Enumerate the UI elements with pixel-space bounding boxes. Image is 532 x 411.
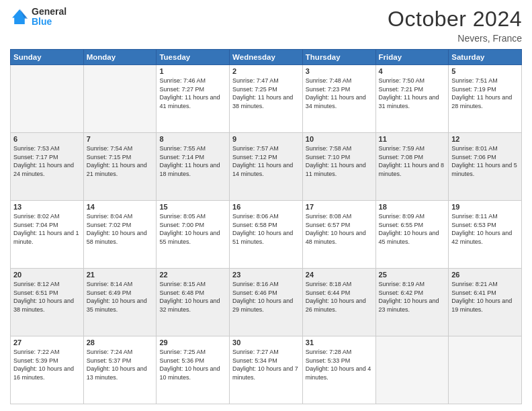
day-number: 10	[306, 135, 373, 143]
logo-text: General Blue	[32, 7, 66, 28]
calendar-week-row: 20Sunrise: 8:12 AM Sunset: 6:51 PM Dayli…	[11, 269, 522, 336]
table-row: 18Sunrise: 8:09 AM Sunset: 6:55 PM Dayli…	[375, 201, 449, 269]
logo: General Blue	[10, 7, 66, 28]
calendar-week-row: 1Sunrise: 7:46 AM Sunset: 7:27 PM Daylig…	[11, 65, 522, 133]
cell-daylight-info: Sunrise: 7:59 AM Sunset: 7:08 PM Dayligh…	[379, 144, 446, 178]
table-row: 17Sunrise: 8:08 AM Sunset: 6:57 PM Dayli…	[302, 201, 375, 269]
cell-daylight-info: Sunrise: 8:09 AM Sunset: 6:55 PM Dayligh…	[379, 212, 446, 246]
day-number: 5	[451, 67, 519, 75]
col-thursday: Thursday	[302, 50, 375, 65]
table-row: 21Sunrise: 8:14 AM Sunset: 6:49 PM Dayli…	[83, 269, 157, 336]
day-number: 13	[13, 203, 81, 211]
table-row: 29Sunrise: 7:25 AM Sunset: 5:36 PM Dayli…	[157, 336, 230, 404]
cell-daylight-info: Sunrise: 7:57 AM Sunset: 7:12 PM Dayligh…	[232, 144, 300, 178]
cell-daylight-info: Sunrise: 8:05 AM Sunset: 7:00 PM Dayligh…	[159, 212, 226, 246]
day-number: 18	[379, 203, 446, 211]
page: General Blue October 2024 Nevers, France…	[0, 0, 532, 411]
day-number: 4	[379, 67, 446, 75]
day-number: 6	[13, 135, 81, 143]
table-row: 19Sunrise: 8:11 AM Sunset: 6:53 PM Dayli…	[449, 201, 522, 269]
table-row: 5Sunrise: 7:51 AM Sunset: 7:19 PM Daylig…	[449, 65, 522, 133]
cell-daylight-info: Sunrise: 7:46 AM Sunset: 7:27 PM Dayligh…	[159, 77, 226, 110]
day-number: 22	[159, 271, 226, 279]
cell-daylight-info: Sunrise: 7:28 AM Sunset: 5:33 PM Dayligh…	[306, 348, 373, 381]
col-sunday: Sunday	[11, 50, 84, 65]
day-number: 15	[159, 203, 226, 211]
calendar-header-row: Sunday Monday Tuesday Wednesday Thursday…	[11, 50, 522, 65]
col-saturday: Saturday	[449, 50, 522, 65]
cell-daylight-info: Sunrise: 7:58 AM Sunset: 7:10 PM Dayligh…	[306, 144, 373, 178]
table-row: 27Sunrise: 7:22 AM Sunset: 5:39 PM Dayli…	[11, 336, 84, 404]
calendar-week-row: 6Sunrise: 7:53 AM Sunset: 7:17 PM Daylig…	[11, 133, 522, 201]
col-tuesday: Tuesday	[157, 50, 230, 65]
cell-daylight-info: Sunrise: 7:51 AM Sunset: 7:19 PM Dayligh…	[451, 77, 519, 110]
day-number: 1	[159, 67, 226, 75]
day-number: 9	[232, 135, 300, 143]
table-row: 16Sunrise: 8:06 AM Sunset: 6:58 PM Dayli…	[230, 201, 303, 269]
day-number: 23	[232, 271, 300, 279]
day-number: 21	[87, 271, 154, 279]
cell-daylight-info: Sunrise: 7:48 AM Sunset: 7:23 PM Dayligh…	[306, 77, 373, 110]
day-number: 8	[159, 135, 226, 143]
day-number: 19	[451, 203, 519, 211]
table-row: 2Sunrise: 7:47 AM Sunset: 7:25 PM Daylig…	[230, 65, 303, 133]
cell-daylight-info: Sunrise: 8:06 AM Sunset: 6:58 PM Dayligh…	[232, 212, 300, 246]
col-wednesday: Wednesday	[230, 50, 303, 65]
title-block: October 2024 Nevers, France	[388, 7, 522, 44]
cell-daylight-info: Sunrise: 8:18 AM Sunset: 6:44 PM Dayligh…	[306, 280, 373, 314]
table-row: 10Sunrise: 7:58 AM Sunset: 7:10 PM Dayli…	[302, 133, 375, 201]
table-row: 12Sunrise: 8:01 AM Sunset: 7:06 PM Dayli…	[449, 133, 522, 201]
table-row	[11, 65, 84, 133]
table-row: 28Sunrise: 7:24 AM Sunset: 5:37 PM Dayli…	[83, 336, 157, 404]
cell-daylight-info: Sunrise: 7:53 AM Sunset: 7:17 PM Dayligh…	[13, 144, 81, 178]
day-number: 17	[306, 203, 373, 211]
cell-daylight-info: Sunrise: 8:02 AM Sunset: 7:04 PM Dayligh…	[13, 212, 81, 246]
day-number: 12	[451, 135, 519, 143]
cell-daylight-info: Sunrise: 8:14 AM Sunset: 6:49 PM Dayligh…	[87, 280, 154, 314]
header: General Blue October 2024 Nevers, France	[10, 7, 522, 44]
day-number: 11	[379, 135, 446, 143]
table-row: 15Sunrise: 8:05 AM Sunset: 7:00 PM Dayli…	[157, 201, 230, 269]
cell-daylight-info: Sunrise: 8:12 AM Sunset: 6:51 PM Dayligh…	[13, 280, 81, 314]
cell-daylight-info: Sunrise: 8:15 AM Sunset: 6:48 PM Dayligh…	[159, 280, 226, 314]
table-row	[375, 336, 449, 404]
day-number: 29	[159, 338, 226, 347]
cell-daylight-info: Sunrise: 7:54 AM Sunset: 7:15 PM Dayligh…	[87, 144, 154, 178]
table-row: 4Sunrise: 7:50 AM Sunset: 7:21 PM Daylig…	[375, 65, 449, 133]
cell-daylight-info: Sunrise: 8:11 AM Sunset: 6:53 PM Dayligh…	[451, 212, 519, 246]
cell-daylight-info: Sunrise: 7:47 AM Sunset: 7:25 PM Dayligh…	[232, 77, 300, 110]
table-row: 8Sunrise: 7:55 AM Sunset: 7:14 PM Daylig…	[157, 133, 230, 201]
table-row: 22Sunrise: 8:15 AM Sunset: 6:48 PM Dayli…	[157, 269, 230, 336]
table-row: 23Sunrise: 8:16 AM Sunset: 6:46 PM Dayli…	[230, 269, 303, 336]
table-row: 30Sunrise: 7:27 AM Sunset: 5:34 PM Dayli…	[230, 336, 303, 404]
table-row: 7Sunrise: 7:54 AM Sunset: 7:15 PM Daylig…	[83, 133, 157, 201]
table-row	[449, 336, 522, 404]
cell-daylight-info: Sunrise: 8:16 AM Sunset: 6:46 PM Dayligh…	[232, 280, 300, 314]
day-number: 3	[306, 67, 373, 75]
table-row: 14Sunrise: 8:04 AM Sunset: 7:02 PM Dayli…	[83, 201, 157, 269]
cell-daylight-info: Sunrise: 7:55 AM Sunset: 7:14 PM Dayligh…	[159, 144, 226, 178]
day-number: 31	[306, 338, 373, 347]
table-row: 9Sunrise: 7:57 AM Sunset: 7:12 PM Daylig…	[230, 133, 303, 201]
calendar-week-row: 27Sunrise: 7:22 AM Sunset: 5:39 PM Dayli…	[11, 336, 522, 404]
day-number: 16	[232, 203, 300, 211]
cell-daylight-info: Sunrise: 7:22 AM Sunset: 5:39 PM Dayligh…	[13, 348, 81, 381]
day-number: 7	[87, 135, 154, 143]
cell-daylight-info: Sunrise: 8:21 AM Sunset: 6:41 PM Dayligh…	[451, 280, 519, 314]
table-row: 26Sunrise: 8:21 AM Sunset: 6:41 PM Dayli…	[449, 269, 522, 336]
location: Nevers, France	[388, 33, 522, 44]
day-number: 28	[87, 338, 154, 347]
cell-daylight-info: Sunrise: 8:01 AM Sunset: 7:06 PM Dayligh…	[451, 144, 519, 178]
cell-daylight-info: Sunrise: 7:24 AM Sunset: 5:37 PM Dayligh…	[87, 348, 154, 381]
day-number: 24	[306, 271, 373, 279]
cell-daylight-info: Sunrise: 7:27 AM Sunset: 5:34 PM Dayligh…	[232, 348, 300, 381]
day-number: 25	[379, 271, 446, 279]
table-row: 6Sunrise: 7:53 AM Sunset: 7:17 PM Daylig…	[11, 133, 84, 201]
table-row: 20Sunrise: 8:12 AM Sunset: 6:51 PM Dayli…	[11, 269, 84, 336]
col-friday: Friday	[375, 50, 449, 65]
cell-daylight-info: Sunrise: 8:08 AM Sunset: 6:57 PM Dayligh…	[306, 212, 373, 246]
day-number: 2	[232, 67, 300, 75]
day-number: 14	[87, 203, 154, 211]
cell-daylight-info: Sunrise: 7:50 AM Sunset: 7:21 PM Dayligh…	[379, 77, 446, 110]
table-row: 25Sunrise: 8:19 AM Sunset: 6:42 PM Dayli…	[375, 269, 449, 336]
